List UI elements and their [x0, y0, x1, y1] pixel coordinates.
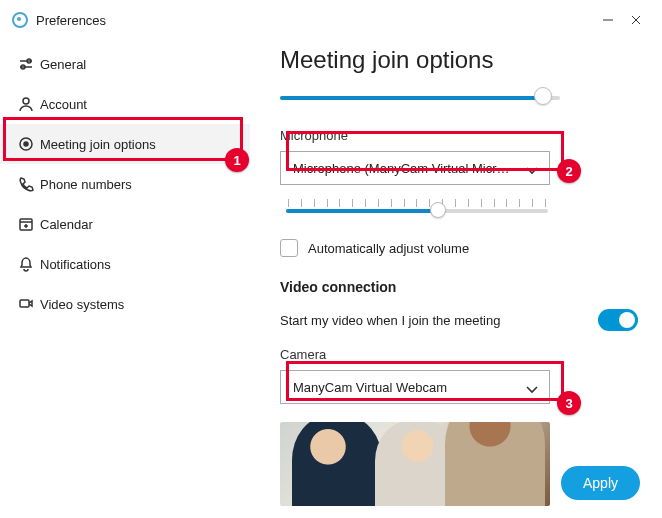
camera-value: ManyCam Virtual Webcam: [293, 380, 447, 395]
calendar-add-icon: [18, 216, 40, 232]
chevron-down-icon: [525, 164, 539, 179]
apply-button[interactable]: Apply: [561, 466, 640, 500]
start-video-toggle[interactable]: [598, 309, 638, 331]
minimize-button[interactable]: [594, 6, 622, 34]
close-button[interactable]: [622, 6, 650, 34]
phone-icon: [18, 176, 40, 192]
sidebar-item-meeting-join-options[interactable]: Meeting join options: [0, 124, 250, 164]
sidebar-item-video-systems[interactable]: Video systems: [0, 284, 250, 324]
auto-adjust-checkbox[interactable]: [280, 239, 298, 257]
target-icon: [18, 136, 40, 152]
sidebar-item-notifications[interactable]: Notifications: [0, 244, 250, 284]
svg-point-9: [24, 142, 28, 146]
sliders-icon: [18, 56, 40, 72]
microphone-label: Microphone: [280, 128, 642, 143]
svg-rect-14: [20, 300, 29, 307]
microphone-dropdown[interactable]: Microphone (ManyCam Virtual Micr…: [280, 151, 550, 185]
svg-point-7: [23, 98, 29, 104]
sidebar-item-label: Account: [40, 97, 87, 112]
user-icon: [18, 96, 40, 112]
video-system-icon: [18, 296, 40, 312]
microphone-volume-slider[interactable]: [286, 199, 548, 229]
chevron-down-icon: [525, 383, 539, 398]
slider-thumb[interactable]: [534, 87, 552, 105]
microphone-value: Microphone (ManyCam Virtual Micr…: [293, 161, 510, 176]
video-toggle-label: Start my video when I join the meeting: [280, 313, 500, 328]
auto-adjust-label: Automatically adjust volume: [308, 241, 469, 256]
auto-adjust-row[interactable]: Automatically adjust volume: [280, 239, 642, 257]
video-section-title: Video connection: [280, 279, 642, 295]
sidebar-item-label: Calendar: [40, 217, 93, 232]
sidebar-item-label: Phone numbers: [40, 177, 132, 192]
volume-thumb[interactable]: [430, 202, 446, 218]
sidebar-item-calendar[interactable]: Calendar: [0, 204, 250, 244]
window-title: Preferences: [36, 13, 594, 28]
sidebar: General Account Meeting join options Pho…: [0, 40, 250, 518]
page-title: Meeting join options: [280, 46, 642, 74]
camera-label: Camera: [280, 347, 642, 362]
annotation-badge-1: 1: [225, 148, 249, 172]
app-logo-icon: [12, 12, 28, 28]
main-panel: Meeting join options Microphone Micropho…: [250, 40, 662, 518]
titlebar: Preferences: [0, 0, 662, 40]
sidebar-item-phone-numbers[interactable]: Phone numbers: [0, 164, 250, 204]
annotation-badge-3: 3: [557, 391, 581, 415]
bell-icon: [18, 256, 40, 272]
annotation-badge-2: 2: [557, 159, 581, 183]
top-slider[interactable]: [280, 86, 642, 110]
sidebar-item-label: Video systems: [40, 297, 124, 312]
sidebar-item-general[interactable]: General: [0, 44, 250, 84]
camera-preview: [280, 422, 550, 506]
camera-dropdown[interactable]: ManyCam Virtual Webcam: [280, 370, 550, 404]
sidebar-item-account[interactable]: Account: [0, 84, 250, 124]
sidebar-item-label: General: [40, 57, 86, 72]
sidebar-item-label: Meeting join options: [40, 137, 156, 152]
sidebar-item-label: Notifications: [40, 257, 111, 272]
